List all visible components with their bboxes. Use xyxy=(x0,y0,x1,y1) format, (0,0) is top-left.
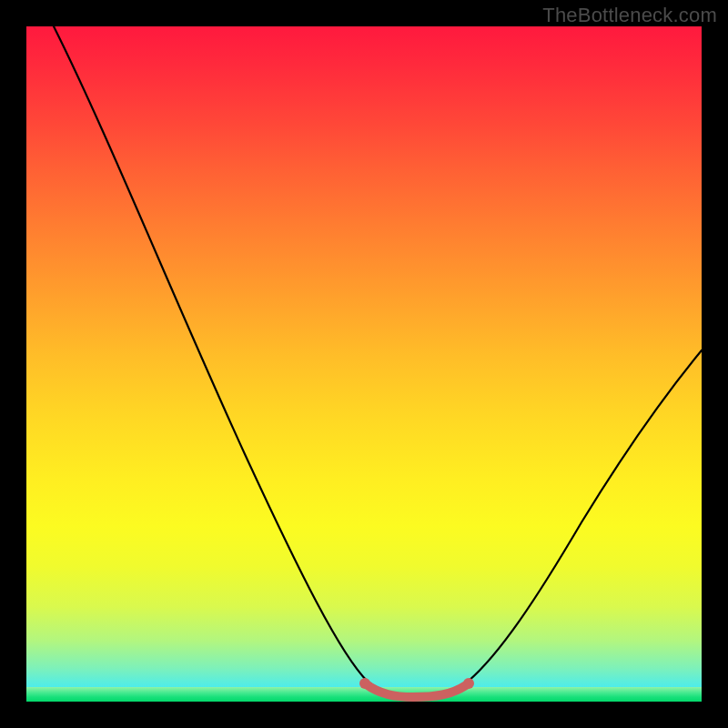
bottleneck-curve xyxy=(54,26,702,695)
flat-segment-end-dot xyxy=(463,678,474,689)
plot-area xyxy=(26,26,702,702)
optimal-flat-segment xyxy=(365,683,469,697)
chart-frame: TheBottleneck.com xyxy=(0,0,728,728)
curve-layer xyxy=(26,26,702,702)
watermark-text: TheBottleneck.com xyxy=(542,4,717,27)
flat-segment-start-dot xyxy=(359,678,370,689)
